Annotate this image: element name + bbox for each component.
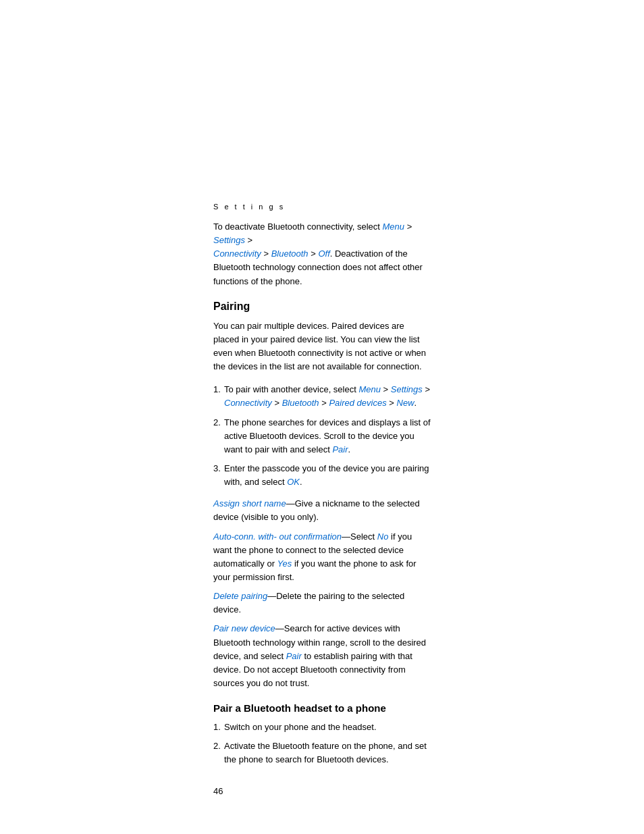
step-2: 2. The phone searches for devices and di… bbox=[213, 416, 431, 457]
pairing-title: Pairing bbox=[213, 301, 431, 313]
arrow1: > bbox=[404, 221, 412, 232]
step1-paired-devices-link[interactable]: Paired devices bbox=[329, 398, 386, 408]
pair-headset-title: Pair a Bluetooth headset to a phone bbox=[213, 702, 431, 714]
pairing-steps-list: 1. To pair with another device, select M… bbox=[213, 383, 431, 489]
headset-step-1: 1. Switch on your phone and the headset. bbox=[213, 721, 431, 734]
step1-menu-link[interactable]: Menu bbox=[358, 384, 381, 394]
no-link[interactable]: No bbox=[377, 531, 389, 542]
option-pair-new-device: Pair new device—Search for active device… bbox=[213, 622, 431, 690]
arrow2: > bbox=[245, 235, 252, 245]
step-2-text: The phone searches for devices and displ… bbox=[224, 417, 431, 454]
menu-link[interactable]: Menu bbox=[383, 221, 405, 232]
section-label: S e t t i n g s bbox=[213, 203, 431, 211]
option-auto-conn: Auto-conn. with- out confirmation—Select… bbox=[213, 530, 431, 585]
pair-new-device-title: Pair new device bbox=[213, 623, 275, 633]
step-1-num: 1. bbox=[213, 383, 221, 396]
step1-settings-link[interactable]: Settings bbox=[391, 384, 423, 394]
step-3: 3. Enter the passcode you of the device … bbox=[213, 462, 431, 489]
deactivate-paragraph: To deactivate Bluetooth connectivity, se… bbox=[213, 220, 431, 288]
step3-ok-link[interactable]: OK bbox=[287, 477, 300, 487]
pairing-intro: You can pair multiple devices. Paired de… bbox=[213, 319, 431, 374]
delete-pairing-title: Delete pairing bbox=[213, 591, 267, 601]
step2-pair-link[interactable]: Pair bbox=[332, 444, 348, 454]
arrow4: > bbox=[308, 249, 319, 259]
assign-short-name-title: Assign short name bbox=[213, 498, 286, 509]
step-1: 1. To pair with another device, select M… bbox=[213, 383, 431, 410]
pair-new-link[interactable]: Pair bbox=[286, 651, 302, 661]
step-1-text: To pair with another device, select Menu… bbox=[224, 384, 430, 408]
headset-step-2-num: 2. bbox=[213, 739, 221, 753]
arrow3: > bbox=[261, 249, 271, 259]
headset-step-1-text: Switch on your phone and the headset. bbox=[224, 722, 377, 732]
headset-step-2: 2. Activate the Bluetooth feature on the… bbox=[213, 739, 431, 766]
settings-link[interactable]: Settings bbox=[213, 235, 245, 245]
bluetooth-link[interactable]: Bluetooth bbox=[271, 249, 308, 259]
off-link[interactable]: Off bbox=[318, 249, 329, 259]
headset-step-2-text: Activate the Bluetooth feature on the ph… bbox=[224, 741, 427, 764]
auto-conn-title: Auto-conn. with- out confirmation bbox=[213, 531, 342, 542]
step1-bluetooth-link[interactable]: Bluetooth bbox=[282, 398, 319, 408]
option-assign-short-name: Assign short name—Give a nickname to the… bbox=[213, 497, 431, 524]
headset-step-1-num: 1. bbox=[213, 721, 221, 734]
step1-connectivity-link[interactable]: Connectivity bbox=[224, 398, 272, 408]
step-2-num: 2. bbox=[213, 416, 221, 429]
option-delete-pairing: Delete pairing—Delete the pairing to the… bbox=[213, 590, 431, 617]
connectivity-link[interactable]: Connectivity bbox=[213, 249, 261, 259]
page: S e t t i n g s To deactivate Bluetooth … bbox=[0, 0, 644, 834]
step1-new-link[interactable]: New bbox=[397, 398, 414, 408]
headset-steps-list: 1. Switch on your phone and the headset.… bbox=[213, 721, 431, 766]
page-number: 46 bbox=[213, 786, 431, 796]
yes-link[interactable]: Yes bbox=[277, 558, 292, 569]
deactivate-text-prefix: To deactivate Bluetooth connectivity, se… bbox=[213, 221, 383, 232]
step-3-text: Enter the passcode you of the device you… bbox=[224, 463, 429, 487]
step-3-num: 3. bbox=[213, 462, 221, 475]
content-area: S e t t i n g s To deactivate Bluetooth … bbox=[0, 0, 644, 834]
